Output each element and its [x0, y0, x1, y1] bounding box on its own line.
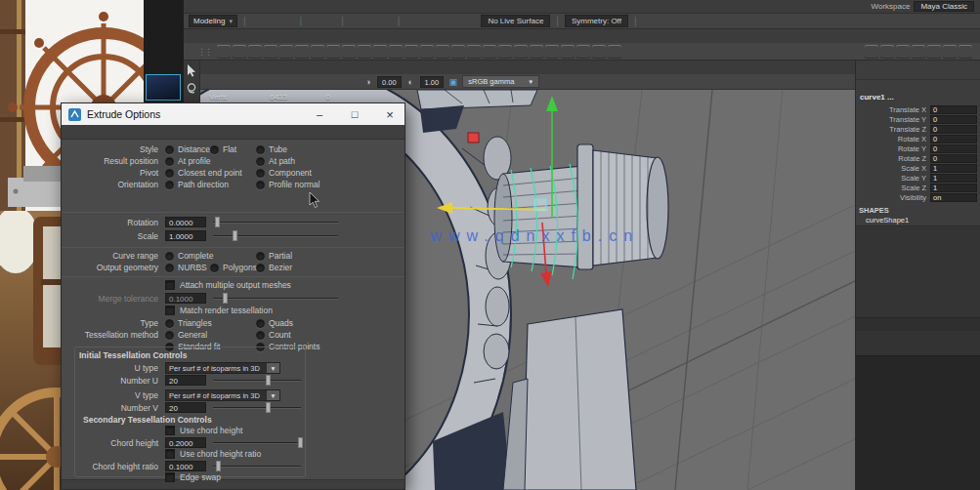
slider-track[interactable] [213, 466, 301, 468]
manipulator-y-arrowhead[interactable] [546, 96, 558, 111]
shelf-tool-icon[interactable] [576, 45, 590, 59]
radio-option[interactable]: Triangles [165, 317, 212, 329]
value-field[interactable]: 20 [165, 375, 206, 386]
attribute-value-field[interactable]: 1 [930, 174, 977, 183]
value-field[interactable]: 0.1000 [165, 293, 206, 304]
shelf-primitive-icon[interactable] [865, 45, 878, 59]
slider-handle[interactable] [223, 293, 228, 304]
attribute-value-field[interactable]: 0 [930, 125, 977, 134]
shelf-tab[interactable] [231, 30, 246, 43]
attribute-label[interactable]: Rotate Y [856, 144, 930, 153]
slider-handle[interactable] [215, 217, 220, 227]
shelf-tool-icon[interactable] [389, 45, 403, 59]
selection-mode-icon[interactable] [379, 15, 392, 27]
layer-editor-tab[interactable] [875, 318, 895, 331]
file-operation-icon[interactable] [252, 15, 265, 27]
shelf-tool-icon[interactable] [420, 45, 434, 59]
shelf-tool-icon[interactable] [373, 45, 387, 59]
undo-redo-icon[interactable] [322, 15, 335, 27]
shelf-tool-icon[interactable] [264, 45, 277, 59]
attribute-value-field[interactable]: 0 [930, 115, 977, 124]
shelf-tab[interactable] [293, 30, 309, 43]
gamma-icon[interactable]: ◐ [405, 77, 417, 87]
shelf-tool-icon[interactable] [498, 45, 512, 59]
exposure-field[interactable]: 0.00 [377, 76, 402, 88]
sidebar-toggle-icon[interactable] [947, 15, 959, 27]
gamma-field[interactable]: 1.00 [420, 76, 445, 88]
attribute-value-field[interactable]: 1 [930, 184, 977, 192]
match-render-checkbox[interactable] [165, 306, 175, 315]
attribute-label[interactable]: Visibility [856, 193, 930, 202]
radio-icon[interactable] [256, 264, 265, 272]
attribute-value-field[interactable]: 1 [930, 164, 977, 173]
attribute-label[interactable]: Scale Y [856, 174, 930, 183]
shelf-tool-icon[interactable] [451, 45, 465, 59]
value-field[interactable]: 0.2000 [165, 437, 206, 448]
shelf-tool-icon[interactable] [561, 45, 575, 59]
shelf-tool-icon[interactable] [467, 45, 481, 59]
slider-handle[interactable] [233, 230, 237, 241]
render-icon[interactable] [672, 15, 685, 27]
layer-list[interactable] [856, 355, 980, 490]
snap-icon[interactable] [449, 15, 462, 27]
shelf-tab[interactable] [277, 30, 293, 43]
attribute-label[interactable]: Rotate Z [856, 154, 930, 163]
value-field[interactable]: 20 [165, 402, 206, 413]
shelf-tool-icon[interactable] [342, 45, 356, 59]
slider-handle[interactable] [266, 402, 271, 413]
radio-icon[interactable] [210, 264, 219, 272]
shelf-tool-icon[interactable] [326, 45, 340, 59]
attribute-value-field[interactable]: 0 [930, 144, 977, 153]
radio-icon[interactable] [165, 145, 174, 154]
attribute-value-field[interactable]: on [930, 193, 977, 202]
shelf-tab[interactable] [324, 30, 340, 43]
radio-option[interactable]: Complete [165, 250, 213, 262]
lasso-tool-icon[interactable] [186, 83, 197, 95]
attribute-value-field[interactable]: 0 [930, 154, 977, 163]
radio-option[interactable]: General [165, 329, 207, 341]
shelf-tab[interactable] [262, 30, 277, 43]
symmetry-field[interactable]: Symmetry: Off [565, 15, 628, 27]
workspace-value[interactable]: Maya Classic [914, 1, 974, 12]
v-type-dropdown[interactable]: Per surf # of isoparms in 3D ▼ [165, 389, 280, 401]
exposure-icon[interactable]: ◑ [362, 77, 374, 87]
attribute-value-field[interactable]: 0 [930, 135, 977, 143]
slider-handle[interactable] [216, 461, 221, 471]
wheel-top-mesh[interactable] [417, 90, 537, 133]
radio-icon[interactable] [256, 169, 265, 178]
image-thumbnail-selected[interactable] [146, 74, 181, 101]
snap-icon[interactable] [464, 15, 477, 27]
shelf-tab[interactable] [387, 30, 403, 43]
value-field[interactable]: 0.1000 [165, 461, 206, 471]
value-field[interactable]: 0.0000 [165, 217, 206, 227]
attach-meshes-checkbox[interactable] [165, 280, 175, 290]
radio-option[interactable]: Component [256, 167, 312, 179]
shelf-tool-icon[interactable] [233, 45, 246, 59]
radio-icon[interactable] [256, 331, 265, 340]
radio-icon[interactable] [256, 319, 265, 328]
select-tool-icon[interactable] [187, 64, 197, 77]
shelf-tab[interactable] [356, 30, 371, 43]
snap-icon[interactable] [420, 15, 433, 27]
attribute-label[interactable]: Translate X [856, 105, 930, 114]
radio-icon[interactable] [165, 264, 174, 272]
radio-option[interactable]: Tube [256, 143, 287, 155]
render-icon[interactable] [643, 15, 656, 27]
radio-option[interactable]: Flat [210, 143, 236, 155]
shelf-tab[interactable] [246, 30, 262, 43]
use-chord-height-checkbox[interactable] [165, 426, 175, 435]
radio-option[interactable]: Profile normal [256, 179, 320, 190]
menu-set-dropdown[interactable]: Modeling ▾ [189, 15, 237, 27]
selection-mode-icon[interactable] [364, 15, 377, 27]
use-chord-ratio-checkbox[interactable] [165, 449, 175, 459]
radio-icon[interactable] [256, 157, 265, 166]
radio-option[interactable]: Bezier [256, 262, 292, 273]
shelf-tool-icon[interactable] [530, 45, 543, 59]
attribute-label[interactable]: Scale X [856, 164, 930, 173]
axle-cylinder-mesh[interactable] [494, 166, 583, 267]
slider-track[interactable] [213, 407, 301, 409]
shelf-tool-icon[interactable] [217, 45, 231, 59]
render-icon[interactable] [658, 15, 670, 27]
manipulator-z-arrowhead[interactable] [540, 271, 552, 287]
radio-icon[interactable] [165, 181, 174, 189]
